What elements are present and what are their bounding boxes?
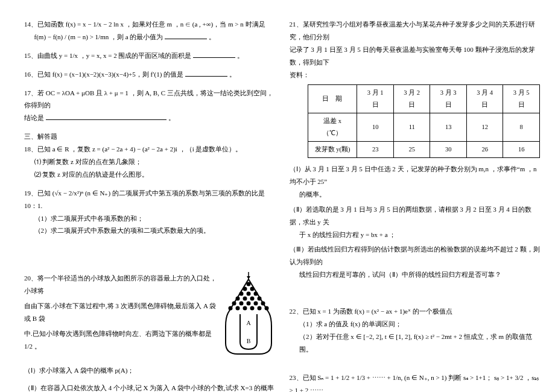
cell: 8 (503, 113, 540, 142)
q20-pB: （Ⅱ）在容器入口处依次放入 4 个小球,记 X 为落入 A 袋中小球的个数,试求… (24, 382, 275, 392)
table-row: 温差 x（℃） 10 11 13 12 8 (308, 113, 540, 142)
cell: 30 (430, 142, 467, 158)
th: 日 期 (308, 85, 357, 113)
q14-line1: 14、已知函数 f(x) = x − 1/x − 2 ln x ，如果对任意 m… (24, 18, 275, 31)
ball-dropper-figure: A B (222, 272, 275, 361)
question-20: 20、将一个半径适当的小球放入如图所示的容器最上方的入口处，小球将 自由下落.小… (24, 272, 275, 392)
label-a: A (246, 320, 251, 326)
q14-line2-wrap: f(m) − f(n) / (m − n) > 1/mn ，则 a 的最小值为 … (24, 31, 275, 43)
q20-l3: 中.已知小球每次遇到黑色障碍物时向左、右两边下落的概率都是 1/2 。 (24, 327, 218, 353)
q18-line1: 18、已知 a ∈ R ，复数 z = (a² − 2a + 4) − (a² … (24, 143, 275, 156)
q17-line1: 17、若 OC = λOA + μOB 且 λ + μ = 1 ，则 A, B,… (24, 87, 275, 112)
th: 3 月 1 日 (357, 85, 394, 113)
svg-point-11 (257, 297, 261, 301)
svg-point-12 (232, 302, 236, 306)
question-18: 18、已知 a ∈ R ，复数 z = (a² − 2a + 4) − (a² … (24, 143, 275, 181)
q18-s1: ⑴ 判断复数 z 对应的点在第几象限； (24, 156, 275, 168)
svg-point-20 (250, 306, 254, 311)
cell: 26 (466, 142, 503, 158)
q21-p2b: 于 x 的线性回归方程 y = bx + a ； (290, 229, 541, 241)
q19-s2: （2）求二项展开式中系数最大的项和二项式系数最大的项。 (24, 224, 275, 237)
q20-pA: （Ⅰ）求小球落入 A 袋中的概率 p(A)； (24, 364, 275, 377)
q19-line1: 19、已知 (√x − 2/x²)ⁿ (n ∈ N₊) 的二项展开式中第五项的系… (24, 187, 275, 212)
svg-point-22 (264, 306, 268, 311)
q20-text: 20、将一个半径适当的小球放入如图所示的容器最上方的入口处，小球将 自由下落.小… (24, 272, 218, 352)
svg-point-3 (243, 287, 247, 291)
section-3-heading: 三、解答题 (24, 130, 275, 143)
cell: 23 (357, 142, 394, 158)
svg-point-14 (246, 302, 250, 306)
q21-p3a: （Ⅲ）若由线性回归方程得到的估计数据与所选出的检验数据的误差均不超过 2 颗，则… (290, 243, 541, 268)
svg-point-6 (246, 292, 250, 296)
question-16: 16、已知 f(x) = (x−1)(x−2)(x−3)(x−4)+5，则 f′… (24, 68, 275, 81)
svg-point-10 (250, 297, 254, 301)
question-19: 19、已知 (√x − 2/x²)ⁿ (n ∈ N₊) 的二项展开式中第五项的系… (24, 187, 275, 238)
q17-line2-wrap: 结论是 。 (24, 112, 275, 124)
data-table: 日 期 3 月 1 日 3 月 2 日 3 月 3 日 3 月 4 日 3 月 … (308, 84, 541, 158)
svg-point-9 (243, 297, 247, 301)
q15-end: 。 (237, 52, 244, 59)
q18-s2: ⑵ 复数 z 对应的点的轨迹是什么图形。 (24, 168, 275, 181)
svg-point-8 (235, 297, 239, 301)
q14-end: 。 (209, 33, 215, 40)
th: 3 月 5 日 (503, 85, 540, 113)
q22-l1: 22、已知 x = 1 为函数 f(x) = (x² − ax + 1)eˣ 的… (290, 305, 541, 318)
q20-l1: 20、将一个半径适当的小球放入如图所示的容器最上方的入口处，小球将 (24, 272, 218, 297)
blank (165, 33, 207, 39)
svg-point-17 (228, 306, 232, 311)
q16-end: 。 (229, 71, 236, 78)
q21-intro1: 21、某研究性学习小组对春季昼夜温差大小与某花卉种子发芽多少之间的关系进行研究，… (290, 18, 541, 43)
cell: 25 (393, 142, 430, 158)
svg-point-18 (235, 306, 239, 311)
q21-p3b: 线性回归方程是可靠的，试问（Ⅱ）中所得的线性回归方程是否可靠？ (290, 268, 541, 281)
cell: 12 (466, 113, 503, 142)
table-row: 日 期 3 月 1 日 3 月 2 日 3 月 3 日 3 月 4 日 3 月 … (308, 85, 540, 113)
q22-s1: （1）求 a 的值及 f(x) 的单调区间； (290, 318, 541, 330)
q21-p2a: （Ⅱ）若选取的是 3 月 1 日与 3 月 5 日的两组数据，请根据 3 月 2… (290, 203, 541, 229)
label-b: B (246, 338, 250, 344)
cell: 温差 x（℃） (308, 113, 357, 142)
q21-p1a: （Ⅰ）从 3 月 1 日至 3 月 5 日中任选 2 天，记发芽的种子数分别为 … (290, 163, 541, 188)
svg-point-2 (246, 282, 250, 286)
q19-s1: （1）求二项展开式中各项系数的和； (24, 212, 275, 225)
th: 3 月 3 日 (430, 85, 467, 113)
svg-point-21 (257, 306, 261, 311)
svg-point-19 (243, 306, 247, 311)
svg-point-16 (261, 302, 265, 306)
q17-end: 。 (168, 114, 175, 121)
cell: 11 (393, 113, 430, 142)
q15-text: 15、由曲线 y = 1/x ，y = x, x = 2 围成的平面区域的面积是 (24, 52, 191, 59)
svg-point-7 (253, 292, 258, 296)
q21-intro3: 资料： (290, 69, 541, 81)
blank (185, 70, 227, 77)
q22-s2: （2）若对于任意 x ∈ [−2, 2], t ∈ [1, 2], f(x) ≥… (290, 330, 541, 356)
svg-point-15 (253, 302, 258, 306)
right-column: 21、某研究性学习小组对春季昼夜温差大小与某花卉种子发芽多少之间的关系进行研究，… (286, 18, 541, 380)
cell: 16 (503, 142, 540, 158)
cell: 发芽数 y(颗) (308, 142, 357, 158)
q21-intro2: 记录了 3 月 1 日至 3 月 5 日的每天昼夜温差与实验室每天每 100 颗… (290, 43, 541, 69)
q17-line2: 结论是 (24, 114, 44, 121)
question-17: 17、若 OC = λOA + μOB 且 λ + μ = 1 ，则 A, B,… (24, 87, 275, 125)
q20-wrap: 20、将一个半径适当的小球放入如图所示的容器最上方的入口处，小球将 自由下落.小… (24, 272, 275, 361)
left-column: 14、已知函数 f(x) = x − 1/x − 2 ln x ，如果对任意 m… (24, 18, 286, 380)
q14-line2: f(m) − f(n) / (m − n) > 1/mn ，则 a 的最小值为 (34, 33, 163, 40)
question-23: 23、已知 Sₙ = 1 + 1/2 + 1/3 + ⋯⋯ + 1/n, (n … (290, 371, 541, 392)
q20-l2: 自由下落.小球在下落过程中,将 3 次遇到黑色障碍物,最后落入 A 袋或 B 袋 (24, 300, 218, 325)
svg-point-4 (250, 287, 254, 291)
q16-text: 16、已知 f(x) = (x−1)(x−2)(x−3)(x−4)+5，则 f′… (24, 71, 183, 78)
cell: 10 (357, 113, 394, 142)
cell: 13 (430, 113, 467, 142)
blank (46, 113, 166, 120)
table-row: 发芽数 y(颗) 23 25 30 26 16 (308, 142, 540, 158)
th: 3 月 4 日 (466, 85, 503, 113)
q21-p1b: 的概率。 (290, 188, 541, 201)
question-15: 15、由曲线 y = 1/x ，y = x, x = 2 围成的平面区域的面积是… (24, 49, 275, 62)
question-22: 22、已知 x = 1 为函数 f(x) = (x² − ax + 1)eˣ 的… (290, 305, 541, 356)
svg-point-5 (239, 292, 243, 296)
svg-point-13 (239, 302, 243, 306)
blank (193, 51, 235, 58)
question-14: 14、已知函数 f(x) = x − 1/x − 2 ln x ，如果对任意 m… (24, 18, 275, 43)
th: 3 月 2 日 (393, 85, 430, 113)
question-21: 21、某研究性学习小组对春季昼夜温差大小与某花卉种子发芽多少之间的关系进行研究，… (290, 18, 541, 281)
